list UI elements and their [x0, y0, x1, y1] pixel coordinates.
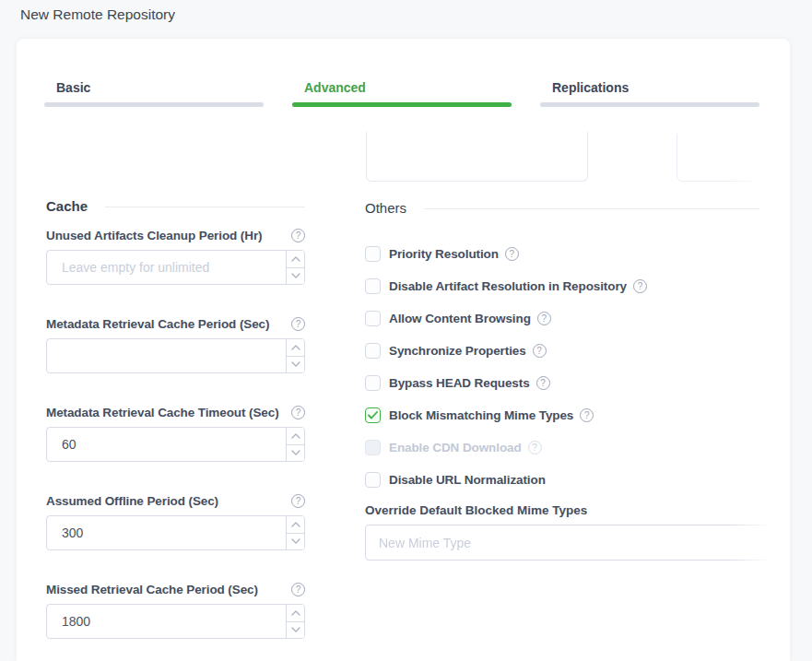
field-label: Unused Artifacts Cleanup Period (Hr) — [46, 229, 262, 242]
metadata-cache-period-input[interactable] — [47, 339, 286, 372]
metadata-cache-timeout-input[interactable] — [47, 428, 286, 461]
assumed-offline-period-input[interactable] — [47, 516, 286, 549]
chevron-up-icon[interactable] — [287, 251, 304, 268]
checkbox-allow-content-browsing[interactable]: Allow Content Browsing ? — [365, 310, 759, 326]
field-label: Assumed Offline Period (Sec) — [46, 494, 218, 508]
help-icon[interactable]: ? — [291, 317, 305, 331]
help-icon[interactable]: ? — [536, 376, 550, 390]
chevron-down-icon[interactable] — [287, 534, 304, 550]
tab-bar: Basic Advanced Replications — [44, 79, 759, 107]
chevron-down-icon[interactable] — [287, 268, 304, 285]
checkbox-box — [365, 375, 381, 391]
chevron-down-icon[interactable] — [287, 357, 304, 373]
help-icon[interactable]: ? — [633, 279, 647, 293]
checkbox-block-mismatching-mime-types[interactable]: Block Mismatching Mime Types ? — [365, 407, 759, 423]
help-icon[interactable]: ? — [537, 312, 551, 325]
help-icon[interactable]: ? — [291, 229, 305, 242]
page-title: New Remote Repository — [20, 6, 175, 23]
field-label: Missed Retrieval Cache Period (Sec) — [46, 583, 258, 596]
number-stepper — [286, 516, 304, 549]
checkbox-label: Priority Resolution — [389, 247, 499, 261]
checkbox-label: Bypass HEAD Requests — [389, 376, 530, 390]
others-section: Others Priority Resolution ? Disable Art… — [365, 199, 759, 561]
missed-retrieval-cache-period-input[interactable] — [47, 605, 286, 638]
checkbox-disable-artifact-resolution[interactable]: Disable Artifact Resolution in Repositor… — [365, 277, 759, 294]
field-assumed-offline-period: Assumed Offline Period (Sec) ? — [46, 492, 305, 550]
checkbox-label: Block Mismatching Mime Types — [389, 408, 573, 422]
field-label: Metadata Retrieval Cache Period (Sec) — [46, 317, 269, 331]
tab-advanced[interactable]: Advanced — [292, 79, 512, 107]
checkbox-bypass-head-requests[interactable]: Bypass HEAD Requests ? — [365, 374, 759, 391]
checkbox-box — [365, 472, 381, 488]
help-icon[interactable]: ? — [505, 247, 519, 261]
number-stepper — [286, 339, 304, 372]
others-section-title: Others — [365, 200, 406, 216]
repository-form-card: Basic Advanced Replications Cache Unused… — [17, 39, 790, 661]
checkbox-synchronize-properties[interactable]: Synchronize Properties ? — [365, 342, 759, 359]
cache-section-header: Cache — [46, 197, 305, 214]
checkmark-icon — [368, 411, 378, 419]
checkbox-box — [365, 407, 381, 423]
checkbox-label: Disable Artifact Resolution in Repositor… — [389, 279, 627, 293]
help-icon[interactable]: ? — [291, 583, 305, 596]
new-mime-type-input[interactable] — [365, 525, 776, 561]
checkbox-box — [365, 440, 381, 455]
cache-section: Cache Unused Artifacts Cleanup Period (H… — [46, 197, 305, 661]
chevron-down-icon[interactable] — [287, 622, 304, 639]
others-section-header: Others — [365, 199, 759, 216]
field-missed-retrieval-cache-period: Missed Retrieval Cache Period (Sec) ? — [46, 581, 305, 639]
help-icon[interactable]: ? — [291, 406, 305, 419]
cache-section-divider — [105, 207, 305, 207]
chevron-down-icon[interactable] — [287, 445, 304, 462]
chevron-up-icon[interactable] — [287, 428, 304, 445]
help-icon[interactable]: ? — [580, 408, 594, 422]
scrolled-field-partial-left[interactable] — [366, 132, 588, 182]
tab-basic-underline — [44, 102, 264, 107]
tab-replications[interactable]: Replications — [540, 79, 759, 107]
chevron-up-icon[interactable] — [287, 516, 304, 534]
chevron-up-icon[interactable] — [287, 605, 304, 622]
checkbox-disable-url-normalization[interactable]: Disable URL Normalization ? — [365, 471, 759, 488]
checkbox-label: Synchronize Properties — [389, 344, 526, 358]
checkbox-box — [365, 246, 381, 262]
tab-replications-underline — [540, 102, 759, 107]
checkbox-enable-cdn-download[interactable]: Enable CDN Download ? — [365, 439, 759, 455]
checkbox-label: Allow Content Browsing — [389, 312, 531, 325]
checkbox-box — [365, 311, 381, 326]
tab-advanced-underline — [292, 102, 512, 107]
tab-replications-label: Replications — [540, 79, 759, 96]
checkbox-box — [365, 343, 381, 359]
help-icon[interactable]: ? — [533, 344, 547, 358]
field-unused-artifacts-cleanup: Unused Artifacts Cleanup Period (Hr) ? — [46, 227, 305, 285]
field-metadata-cache-period: Metadata Retrieval Cache Period (Sec) ? — [46, 315, 305, 373]
help-icon[interactable]: ? — [528, 441, 542, 454]
unused-artifacts-cleanup-input[interactable] — [47, 251, 286, 284]
tab-advanced-label: Advanced — [292, 79, 512, 96]
override-mime-types-field — [365, 525, 776, 561]
number-stepper — [286, 428, 304, 461]
number-stepper — [286, 251, 304, 284]
chevron-up-icon[interactable] — [287, 339, 304, 357]
number-stepper — [286, 605, 304, 638]
others-section-divider — [424, 208, 759, 209]
field-label: Metadata Retrieval Cache Timeout (Sec) — [46, 406, 279, 419]
tab-basic[interactable]: Basic — [44, 79, 264, 107]
checkbox-label: Enable CDN Download — [389, 441, 522, 454]
help-icon[interactable]: ? — [291, 494, 305, 508]
override-mime-types-label: Override Default Blocked Mime Types — [365, 503, 759, 520]
cache-section-title: Cache — [46, 198, 88, 214]
checkbox-box — [365, 278, 381, 294]
field-metadata-cache-timeout: Metadata Retrieval Cache Timeout (Sec) ? — [46, 404, 305, 462]
tab-basic-label: Basic — [44, 79, 264, 96]
checkbox-label: Disable URL Normalization — [389, 473, 546, 487]
scrolled-field-partial-right[interactable] — [677, 134, 760, 182]
checkbox-priority-resolution[interactable]: Priority Resolution ? — [365, 245, 759, 262]
